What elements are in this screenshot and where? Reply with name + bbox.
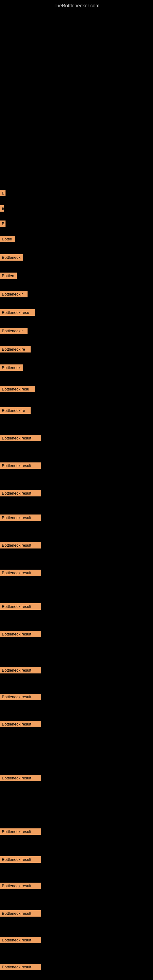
bottleneck-result-item: Bottleneck result [0,542,41,549]
bottleneck-result-item: Bottleneck result [0,603,41,610]
bottleneck-result-item: Bottleneck result [0,721,41,727]
bottleneck-result-item: Bottleneck result [0,667,41,673]
bottleneck-result-item: Bottleneck re [0,407,30,414]
bottleneck-result-item: Bottleneck result [0,463,41,469]
bottleneck-result-item: Bottle [0,236,15,242]
bottleneck-result-item: Bottleneck [0,364,23,371]
bottleneck-result-item: B [0,221,5,227]
bottleneck-result-item: Bottleneck re [0,346,30,353]
bottleneck-result-item: Bottleneck result [0,883,41,889]
bottleneck-result-item: Bottleneck result [0,964,41,970]
bottleneck-result-item: Bottleneck result [0,435,41,441]
bottleneck-result-item: Bottleneck [0,254,23,261]
bottleneck-result-item: Bottleneck resu [0,386,35,392]
bottleneck-result-item: B [0,205,4,212]
bottleneck-result-item: Bottleneck r [0,291,27,298]
bottleneck-result-item: Bottleneck resu [0,309,35,316]
bottleneck-result-item: Bottleneck result [0,490,41,496]
bottleneck-result-item: B [0,190,5,196]
bottleneck-result-item: Bottleneck result [0,829,41,835]
bottleneck-result-item: Bottleneck result [0,910,41,916]
bottleneck-result-item: Bottleneck result [0,631,41,637]
bottleneck-result-item: Bottleneck result [0,775,41,781]
bottleneck-result-item: Bottleneck result [0,514,41,521]
bottleneck-result-item: Bottleneck result [0,694,41,700]
bottleneck-result-item: Bottleneck result [0,937,41,943]
bottleneck-result-item: Bottlen [0,272,17,279]
bottleneck-result-item: Bottleneck result [0,856,41,863]
site-title: TheBottlenecker.com [0,0,153,10]
bottleneck-result-item: Bottleneck result [0,570,41,576]
bottleneck-result-item: Bottleneck r [0,328,27,334]
